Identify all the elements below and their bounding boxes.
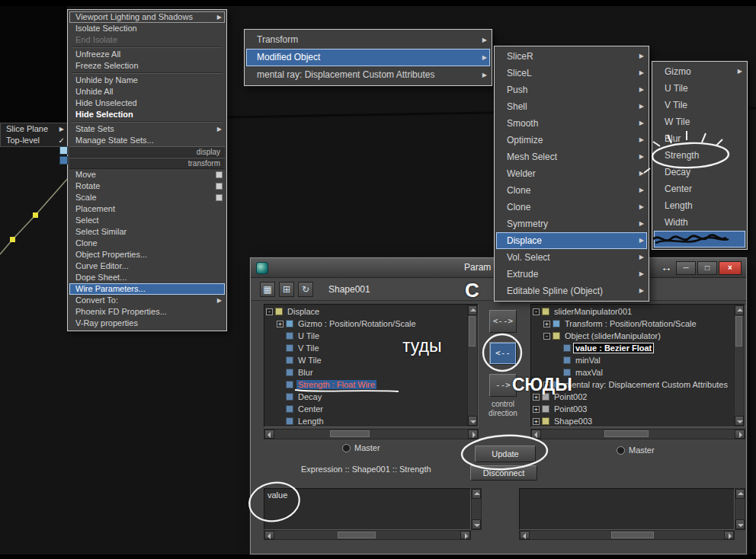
right-tree-hscrollbar[interactable] — [530, 429, 745, 439]
menu-item[interactable]: Curve Editor... ▶ — [69, 260, 225, 272]
pick-parameter-icon[interactable]: ⊞ — [279, 282, 294, 297]
menu-item[interactable]: ▶ — [654, 231, 745, 248]
menu-item[interactable]: Hide Selection ▶ — [69, 109, 225, 120]
tree-item[interactable]: + Point002 — [533, 391, 733, 403]
menu-item[interactable]: SliceL ▶ — [496, 65, 647, 81]
quad-section-header[interactable]: transform — [69, 158, 225, 169]
menu-item[interactable]: Transform ▶ — [246, 31, 490, 49]
show-tracks-icon[interactable]: ▦ — [260, 282, 275, 297]
tree-item[interactable]: U Tile — [266, 330, 466, 342]
menu-item[interactable]: Convert To: ▶ — [69, 295, 225, 306]
menu-item[interactable]: Hide Unselected ▶ — [69, 97, 225, 109]
tree-item[interactable]: - Object (sliderManipulator) — [533, 330, 733, 342]
scroll-left-button[interactable] — [264, 531, 274, 539]
tree-item[interactable]: W Tile — [266, 354, 466, 366]
tree-expander-icon[interactable]: - — [266, 308, 273, 315]
menu-item[interactable]: Extrude ▶ — [496, 266, 647, 283]
scroll-up-button[interactable] — [468, 305, 477, 315]
menu-item[interactable]: Mesh Select ▶ — [496, 149, 647, 165]
menu-item[interactable]: Dope Sheet... ▶ — [69, 272, 225, 283]
right-direction-button[interactable]: --> — [489, 374, 517, 397]
menu-item[interactable]: State Sets ▶ — [69, 123, 225, 135]
menu-item[interactable]: Move ▶ — [69, 169, 225, 180]
menu-item[interactable]: Welder ▶ — [496, 165, 647, 182]
radio-icon[interactable] — [342, 444, 351, 452]
scroll-left-button[interactable] — [520, 531, 530, 539]
tree-item[interactable]: + Transform : Position/Rotation/Scale — [533, 318, 733, 330]
left-direction-button[interactable]: <-- — [489, 342, 517, 365]
right-expression-vscrollbar[interactable] — [735, 488, 745, 530]
menu-item[interactable]: Select Similar ▶ — [69, 226, 225, 238]
scroll-left-button[interactable] — [264, 430, 274, 439]
scroll-right-button[interactable] — [735, 430, 745, 439]
scroll-down-button[interactable] — [472, 519, 481, 529]
tree-item[interactable]: + Shape003 — [533, 415, 733, 426]
menu-item[interactable]: Editable Spline (Object) ▶ — [496, 283, 647, 299]
quad-section-header[interactable]: display — [69, 146, 225, 158]
scroll-thumb[interactable] — [735, 316, 742, 347]
tree-item[interactable]: value : Bezier Float — [533, 342, 733, 354]
tree-item[interactable]: V Tile — [266, 342, 466, 354]
master-radio-left[interactable]: Master — [342, 443, 380, 452]
menu-item[interactable]: Clone ▶ — [496, 199, 647, 216]
scroll-left-button[interactable] — [531, 430, 541, 439]
menu-item[interactable]: End Isolate ▶ — [69, 34, 225, 46]
scroll-thumb[interactable] — [469, 316, 476, 347]
menu-item[interactable]: Clone ▶ — [496, 182, 647, 199]
scroll-right-button[interactable] — [724, 531, 734, 539]
refresh-icon[interactable]: ↻ — [298, 282, 313, 297]
menu-item[interactable]: SliceR ▶ — [496, 48, 647, 65]
menu-item[interactable]: V-Ray properties ▶ — [69, 318, 225, 329]
two-way-connection-button[interactable]: <--> — [489, 310, 517, 333]
menu-item[interactable]: Shell ▶ — [496, 98, 647, 115]
scroll-thumb[interactable] — [611, 532, 654, 538]
scroll-down-button[interactable] — [735, 416, 744, 426]
right-expression-input[interactable] — [519, 488, 735, 530]
tree-item[interactable]: Decay — [266, 391, 466, 403]
tree-item[interactable]: + Gizmo : Position/Rotation/Scale — [266, 318, 466, 330]
left-expression-hscrollbar[interactable] — [264, 530, 471, 540]
tree-item[interactable]: Blur — [266, 366, 466, 379]
tree-expander-icon[interactable]: + — [533, 406, 540, 413]
tree-item[interactable]: maxVal — [533, 366, 733, 379]
menu-item[interactable]: Unhide by Name ▶ — [69, 75, 225, 86]
scroll-down-button[interactable] — [468, 416, 477, 426]
scroll-thumb[interactable] — [604, 430, 649, 437]
tree-expander-icon[interactable]: + — [277, 321, 284, 327]
scroll-up-button[interactable] — [472, 489, 481, 499]
menu-item[interactable]: Decay ▶ — [654, 164, 745, 180]
minimize-button[interactable]: ─ — [676, 261, 696, 275]
scroll-right-button[interactable] — [460, 531, 470, 539]
right-tree-vscrollbar[interactable] — [734, 305, 745, 426]
menu-item[interactable]: Unfreeze All ▶ — [69, 49, 225, 60]
right-expression-hscrollbar[interactable] — [519, 530, 735, 540]
left-parameter-tree[interactable]: - Displace + Gizmo : Position/Rotation/S… — [264, 304, 479, 427]
menu-item[interactable]: Length ▶ — [654, 197, 745, 214]
disconnect-button[interactable]: Disconnect — [470, 465, 537, 481]
menu-item[interactable]: Rotate ▶ — [69, 180, 225, 192]
menu-item[interactable]: Slice Plane ▶ — [1, 123, 67, 135]
menu-item[interactable]: mental ray: Displacement Custom Attribut… — [246, 66, 490, 84]
menu-item[interactable]: Wire Parameters... ▶ — [69, 283, 225, 295]
left-expression-vscrollbar[interactable] — [471, 488, 482, 530]
menu-item[interactable]: Freeze Selection ▶ — [69, 60, 225, 72]
tree-expander-icon[interactable]: - — [543, 333, 550, 340]
tree-item[interactable]: Strength : Float Wire — [266, 379, 466, 391]
menu-item[interactable]: Select ▶ — [69, 215, 225, 226]
close-button[interactable]: × — [719, 261, 742, 275]
menu-item[interactable]: Unhide All ▶ — [69, 86, 225, 97]
scroll-thumb[interactable] — [330, 430, 370, 437]
maximize-button[interactable]: □ — [697, 261, 717, 275]
radio-icon[interactable] — [617, 446, 625, 455]
menu-item[interactable]: Manage State Sets... ▶ — [69, 135, 225, 146]
tree-item[interactable]: minVal — [533, 354, 733, 366]
menu-item[interactable]: Phoenix FD Properties... ▶ — [69, 306, 225, 318]
menu-item[interactable]: Blur ▶ — [654, 130, 745, 147]
master-radio-right[interactable]: Master — [617, 446, 655, 455]
scroll-down-button[interactable] — [735, 519, 745, 529]
menu-item[interactable]: Object Properties... ▶ — [69, 249, 225, 260]
menu-item[interactable]: Width ▶ — [654, 214, 745, 231]
menu-item[interactable]: Symmetry ▶ — [496, 216, 647, 232]
menu-item[interactable]: Center ▶ — [654, 180, 745, 197]
tree-item[interactable]: - Displace — [266, 305, 466, 318]
